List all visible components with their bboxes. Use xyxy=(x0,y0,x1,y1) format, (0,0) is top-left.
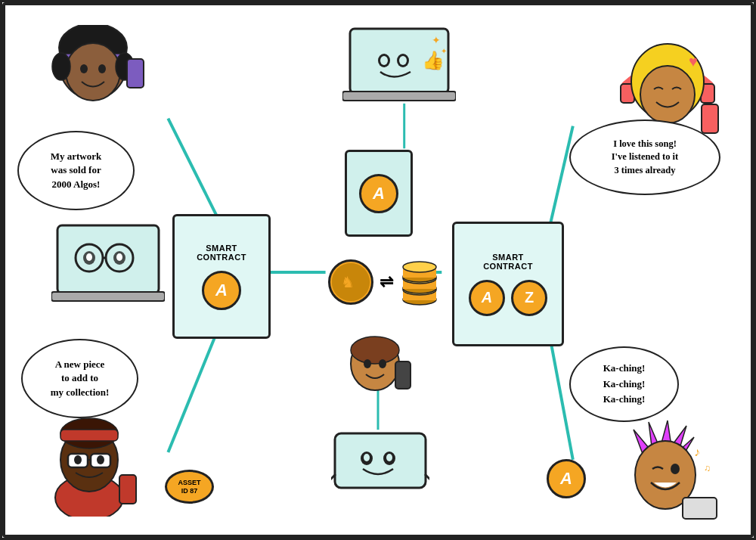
svg-point-40 xyxy=(86,253,92,261)
svg-point-13 xyxy=(80,64,88,73)
svg-rect-74 xyxy=(119,475,136,504)
svg-rect-19 xyxy=(342,92,456,101)
smart-contract-2: SMARTCONTRACT A Z xyxy=(452,222,564,346)
svg-rect-32 xyxy=(702,104,718,133)
algo-symbol-2a: A xyxy=(469,280,505,316)
svg-point-52 xyxy=(403,262,436,272)
svg-point-55 xyxy=(364,359,371,368)
svg-text:♪: ♪ xyxy=(694,445,700,458)
svg-rect-34 xyxy=(51,292,165,301)
artwork-sold-bubble: My artwork was sold for 2000 Algos! xyxy=(17,131,135,210)
svg-rect-17 xyxy=(127,59,144,88)
svg-point-62 xyxy=(386,454,392,461)
artist-character xyxy=(33,25,153,123)
nft-asset-card: A xyxy=(345,150,413,237)
smart-contract-2-label: SMARTCONTRACT xyxy=(483,253,533,271)
algo-stacks xyxy=(399,258,441,307)
asset-id-badge: ASSETID 87 xyxy=(165,470,214,504)
monitor-with-glasses xyxy=(51,222,165,305)
svg-line-4 xyxy=(550,126,573,224)
smart-contract-1: SMART CONTRACT A xyxy=(172,214,271,339)
collector-character xyxy=(29,411,150,517)
svg-rect-57 xyxy=(395,362,411,389)
svg-line-5 xyxy=(550,340,573,460)
algo-coin-bottom-right: A xyxy=(547,459,586,498)
svg-point-30 xyxy=(640,66,695,123)
top-laptop: 👍 ✦ ✦ xyxy=(342,25,456,108)
svg-line-0 xyxy=(168,119,216,216)
svg-point-60 xyxy=(364,454,370,461)
song-love-bubble: I love this song! I've listened to it 3 … xyxy=(569,119,720,195)
smart-contract-1-label: SMART CONTRACT xyxy=(181,244,262,262)
nft-coin: ♞ xyxy=(328,259,373,305)
exchange-arrows: ⇌ xyxy=(380,272,393,292)
algo-symbol-1: A xyxy=(202,271,241,310)
coin-exchange: ♞ ⇌ xyxy=(316,252,452,312)
svg-rect-58 xyxy=(335,433,426,488)
svg-point-15 xyxy=(52,53,70,80)
svg-text:✦: ✦ xyxy=(441,47,447,55)
svg-rect-33 xyxy=(57,225,159,293)
svg-point-41 xyxy=(116,253,122,261)
svg-line-1 xyxy=(168,332,216,452)
musician-character: ♪ ♫ xyxy=(600,414,732,532)
svg-point-77 xyxy=(671,464,680,474)
bottom-tablet xyxy=(331,422,429,498)
svg-point-21 xyxy=(380,56,388,65)
kaching-bubble: Ka-ching! Ka-ching! Ka-ching! xyxy=(569,346,679,422)
svg-point-56 xyxy=(379,359,386,368)
svg-point-23 xyxy=(399,56,407,65)
svg-point-12 xyxy=(66,43,120,101)
svg-point-71 xyxy=(97,455,104,464)
svg-point-14 xyxy=(98,64,106,73)
svg-rect-73 xyxy=(60,430,118,441)
main-canvas: My artwork was sold for 2000 Algos! 👍 ✦ … xyxy=(0,0,756,540)
svg-text:♫: ♫ xyxy=(704,463,711,473)
svg-point-70 xyxy=(74,455,82,464)
z-token-symbol: Z xyxy=(511,280,547,316)
svg-text:✦: ✦ xyxy=(432,35,441,46)
collection-bubble: A new piece to add to my collection! xyxy=(21,339,138,418)
svg-text:♥: ♥ xyxy=(689,53,698,70)
center-person xyxy=(341,335,424,411)
diagram-scene: My artwork was sold for 2000 Algos! 👍 ✦ … xyxy=(2,2,754,538)
svg-point-54 xyxy=(351,337,399,364)
svg-text:♞: ♞ xyxy=(340,274,354,290)
svg-rect-80 xyxy=(683,498,717,519)
